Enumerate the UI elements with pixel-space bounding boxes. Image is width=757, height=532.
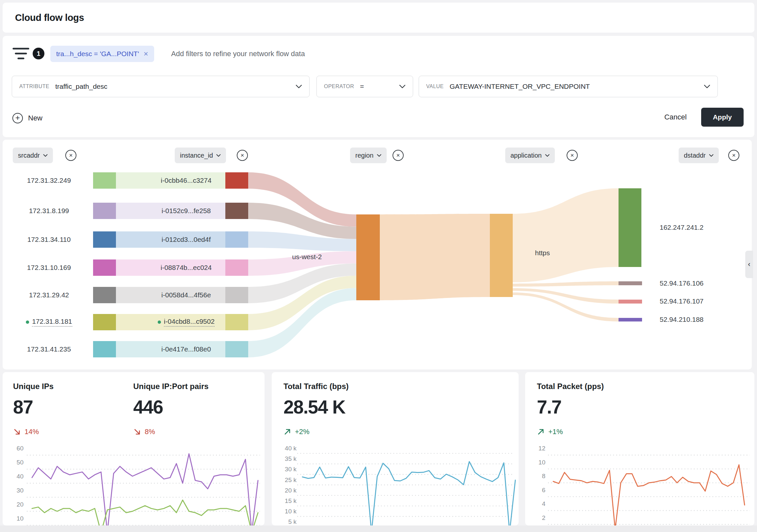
sankey-srcaddr-label: 172.31.41.235 — [27, 345, 71, 353]
total-packet-card: Total Packet (pps) 7.7 +1% 12108642 — [525, 372, 754, 525]
column-chip-label: dstaddr — [684, 152, 706, 159]
column-chip-srcaddr[interactable]: srcaddr — [13, 148, 53, 163]
filter-count-badge: 1 — [33, 48, 45, 59]
chevron-down-icon — [545, 154, 550, 157]
total-traffic-sparkline: 40 k35 k30 k25 k20 k15 k10 k5 k — [272, 372, 519, 525]
add-filter-prompt[interactable]: Add filters to refine your network flow … — [171, 46, 305, 62]
chevron-down-icon — [709, 154, 713, 157]
svg-text:4: 4 — [542, 500, 545, 507]
filter-actions: Cancel Apply — [664, 108, 743, 126]
operator-label: OPERATOR — [324, 84, 354, 89]
sankey-instance-label[interactable]: i-04cbd8...c9502 — [158, 318, 215, 327]
svg-text:40 k: 40 k — [285, 445, 296, 452]
column-chip-label: instance_id — [180, 152, 213, 159]
attribute-label: ATTRIBUTE — [19, 84, 49, 89]
new-filter-button[interactable]: + New — [13, 108, 43, 128]
svg-text:20: 20 — [17, 501, 23, 508]
svg-text:8: 8 — [542, 473, 545, 479]
cancel-button[interactable]: Cancel — [664, 113, 686, 122]
value-label: VALUE — [426, 84, 444, 89]
column-chip-instance-id[interactable]: instance_id — [175, 148, 226, 163]
svg-text:35 k: 35 k — [285, 455, 296, 462]
attribute-value: traffic_path_desc — [55, 83, 107, 90]
operator-select[interactable]: OPERATOR = — [317, 76, 413, 97]
value-select[interactable]: VALUE GATEWAY-INTERNET_OR_VPC_ENDPOINT — [419, 76, 718, 97]
chevron-down-icon — [216, 154, 221, 157]
column-chip-label: srcaddr — [18, 152, 40, 159]
svg-text:40: 40 — [17, 473, 23, 480]
filter-panel: 1 tra...h_desc = 'GA...POINT' × Add filt… — [3, 36, 754, 137]
sankey-dstaddr-label: 52.94.176.106 — [660, 279, 704, 287]
chevron-down-icon — [295, 85, 302, 89]
sankey-srcaddr-label: 172.31.8.199 — [29, 207, 69, 215]
highlight-dot-icon — [158, 321, 161, 324]
column-chip-application[interactable]: application — [505, 148, 555, 163]
sankey-srcaddr-label[interactable]: 172.31.8.181 — [26, 318, 72, 327]
remove-column-application-icon[interactable]: × — [567, 150, 578, 161]
chevron-down-icon — [399, 85, 406, 89]
column-chip-label: region — [355, 152, 374, 159]
active-filter-chip[interactable]: tra...h_desc = 'GA...POINT' × — [50, 46, 154, 62]
sankey-diagram — [3, 140, 752, 370]
sankey-instance-label: i-08874b...ec024 — [161, 264, 212, 271]
sankey-srcaddr-label: 172.31.34.110 — [27, 236, 71, 243]
svg-text:10: 10 — [17, 515, 23, 522]
filter-icon — [13, 47, 29, 61]
svg-text:30: 30 — [17, 487, 23, 494]
sankey-srcaddr-label: 172.31.32.249 — [27, 177, 71, 184]
svg-text:30 k: 30 k — [285, 466, 296, 473]
attribute-select[interactable]: ATTRIBUTE traffic_path_desc — [12, 76, 310, 97]
column-chip-dstaddr[interactable]: dstaddr — [679, 148, 719, 163]
sankey-instance-label: i-012cd3...0ed4f — [162, 236, 211, 243]
remove-column-srcaddr-icon[interactable]: × — [65, 150, 76, 161]
page-title: Cloud flow logs — [15, 13, 84, 23]
column-chip-label: application — [510, 152, 542, 159]
unique-ips-sparkline: 605040302010 — [3, 372, 264, 525]
svg-text:15 k: 15 k — [285, 497, 296, 504]
sankey-application-label: https — [535, 249, 550, 257]
svg-text:12: 12 — [538, 445, 545, 452]
svg-text:5 k: 5 k — [288, 518, 297, 525]
apply-button[interactable]: Apply — [701, 108, 743, 126]
total-packet-sparkline: 12108642 — [525, 372, 754, 525]
svg-text:60: 60 — [17, 445, 23, 452]
sankey-region-label: us-west-2 — [292, 253, 322, 261]
highlight-dot-icon — [26, 321, 29, 324]
svg-text:6: 6 — [542, 487, 545, 493]
chevron-down-icon — [377, 154, 381, 157]
collapse-panel-handle[interactable]: ‹ — [745, 251, 753, 278]
total-traffic-card: Total Traffic (bps) 28.54 K +2% 40 k35 k… — [272, 372, 519, 525]
chevron-down-icon — [43, 154, 48, 157]
remove-column-region-icon[interactable]: × — [393, 150, 404, 161]
horizontal-scrollbar-track — [0, 525, 757, 532]
value-value: GATEWAY-INTERNET_OR_VPC_ENDPOINT — [450, 83, 590, 90]
plus-icon: + — [13, 113, 23, 124]
sankey-instance-label: i-0cbb46...c3274 — [161, 177, 211, 184]
new-filter-label: New — [28, 114, 43, 123]
svg-text:25 k: 25 k — [285, 477, 296, 483]
sankey-dstaddr-label: 52.94.210.188 — [660, 316, 704, 323]
chevron-down-icon — [704, 85, 710, 89]
sankey-panel: 172.31.32.249i-0cbb46...c3274172.31.8.19… — [3, 140, 752, 370]
sankey-instance-label: i-0058d4...4f56e — [161, 291, 211, 299]
unique-ips-card: Unique IPs 87 14% Unique IP:Port pairs 4… — [3, 372, 264, 525]
remove-filter-icon[interactable]: × — [144, 50, 148, 58]
page-header: Cloud flow logs — [3, 3, 754, 33]
sankey-instance-label: i-0e417e...f08e0 — [161, 345, 211, 353]
sankey-srcaddr-label: 172.31.29.42 — [29, 291, 69, 299]
svg-text:50: 50 — [17, 459, 23, 466]
filter-chip-label: tra...h_desc = 'GA...POINT' — [56, 50, 139, 58]
svg-text:20 k: 20 k — [285, 487, 296, 494]
remove-column-instance-id-icon[interactable]: × — [237, 150, 248, 161]
svg-text:10: 10 — [538, 459, 545, 466]
operator-value: = — [360, 83, 364, 90]
sankey-srcaddr-label: 172.31.10.169 — [27, 264, 71, 271]
column-chip-region[interactable]: region — [350, 148, 387, 163]
remove-column-dstaddr-icon[interactable]: × — [728, 150, 740, 161]
svg-text:2: 2 — [542, 514, 545, 521]
sankey-instance-label: i-0152c9...fe258 — [162, 207, 211, 215]
cloud-flow-logs-page: Cloud flow logs 1 tra...h_desc = 'GA...P… — [0, 0, 757, 532]
sankey-dstaddr-label: 52.94.176.107 — [660, 297, 704, 305]
svg-text:10 k: 10 k — [285, 508, 296, 515]
sankey-dstaddr-label: 162.247.241.2 — [660, 224, 704, 231]
